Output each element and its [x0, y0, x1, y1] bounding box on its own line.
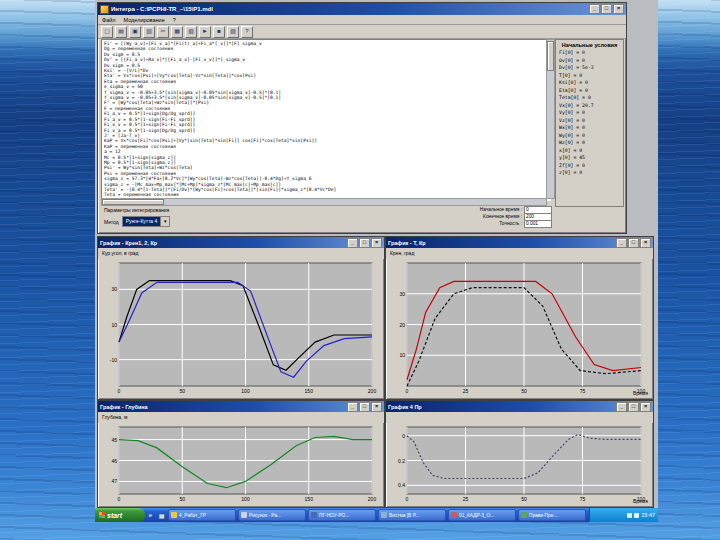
y-tick-label: 20: [399, 322, 405, 328]
x-tick-label: 200: [368, 388, 377, 394]
x-tick-label: 75: [580, 388, 586, 394]
scrollbar-thumb[interactable]: [547, 41, 554, 71]
x-tick-label: 50: [521, 388, 527, 394]
quick-launch-area: e▦: [145, 508, 167, 522]
open-folder-icon[interactable]: ▤: [115, 26, 127, 38]
chart2-title-bar[interactable]: График - T, Кр _□×: [386, 237, 653, 248]
taskbar-button[interactable]: Рисунок - Pa...: [238, 509, 306, 521]
main-window: Интегра - C:\PCPHI-TR_~\15\P1.mdl _ □ × …: [97, 2, 627, 234]
start-label: start: [107, 512, 122, 519]
menu-bar: ФайлМоделирование?: [98, 15, 626, 25]
initial-condition-item: T[0] = 0: [556, 72, 623, 80]
stop-icon[interactable]: ■: [213, 26, 225, 38]
x-tick-label: 0: [118, 496, 121, 502]
chart-icon[interactable]: ▨: [227, 26, 239, 38]
new-file-icon[interactable]: ▢: [101, 26, 113, 38]
chart2-plot: 0255075100302010Время: [387, 259, 650, 397]
param-field-label: Точность :: [499, 221, 522, 226]
method-row: Метод Рунге-Кутта 4 ▾: [104, 216, 170, 227]
start-button[interactable]: start: [95, 508, 145, 522]
taskbar-button[interactable]: ПГ-НОУ-РО...: [308, 509, 376, 521]
param-field-value[interactable]: 0.001: [524, 220, 552, 228]
close-button[interactable]: ×: [640, 402, 651, 412]
y-tick-label: 45: [111, 437, 117, 443]
task-button-label: ПГ-НОУ-РО...: [319, 513, 349, 518]
main-title-bar[interactable]: Интегра - C:\PCPHI-TR_~\15\P1.mdl _ □ ×: [98, 3, 626, 15]
maximize-button[interactable]: □: [359, 402, 370, 412]
ie-icon[interactable]: e: [145, 508, 156, 522]
initial-condition-item: Ov[0] = 0: [556, 57, 623, 65]
x-tick-label: 50: [179, 388, 185, 394]
initial-condition-item: x[0] = 0: [556, 147, 623, 155]
chart1-y-axis-label: Кур.угол, в град: [98, 248, 384, 259]
help-icon[interactable]: ?: [241, 26, 253, 38]
task-window-icon: [381, 512, 387, 518]
print-icon[interactable]: ▥: [143, 26, 155, 38]
task-window-icon: [241, 512, 247, 518]
copy-icon[interactable]: ▦: [171, 26, 183, 38]
minimize-button[interactable]: _: [347, 238, 358, 248]
x-tick-label: 200: [368, 496, 377, 502]
y-tick-label: -10: [110, 357, 117, 363]
time-params-fields: Начальное время :0Конечное время :200Точ…: [428, 206, 552, 227]
volume-icon[interactable]: [627, 513, 632, 518]
scrollbar-thumb[interactable]: [102, 199, 164, 205]
y-tick-label: 46: [111, 458, 117, 464]
close-button[interactable]: ×: [613, 4, 624, 14]
close-button[interactable]: ×: [371, 238, 382, 248]
maximize-button[interactable]: □: [601, 4, 612, 14]
tray-icons: [627, 513, 639, 518]
chart3-plot: 050100150200454647: [99, 423, 381, 505]
cut-icon[interactable]: ✂: [157, 26, 169, 38]
y-tick-label: 30: [111, 286, 117, 292]
initial-condition-item: Dv[0] = 5e-3: [556, 64, 623, 72]
chart4-title-bar[interactable]: График 4 Пр _□×: [386, 401, 653, 412]
maximize-button[interactable]: □: [628, 402, 639, 412]
method-selected-value: Рунге-Кутта 4: [123, 217, 161, 226]
initial-condition-item: y[0] = 45: [556, 154, 623, 162]
x-tick-label: 0: [406, 388, 409, 394]
integration-params-caption: Параметры интегрирования: [104, 207, 169, 213]
show-desktop-icon[interactable]: ▦: [156, 508, 167, 522]
taskbar-button[interactable]: Вистма [В Р...: [378, 509, 446, 521]
x-tick-label: 0: [118, 388, 121, 394]
param-field-label: Начальное время :: [480, 207, 522, 212]
editor-vertical-scrollbar[interactable]: [546, 39, 555, 199]
task-button-label: 4_Работ_ГР: [179, 513, 206, 518]
chart4-title: График 4 Пр: [388, 404, 422, 410]
taskbar-button[interactable]: 4_Работ_ГР: [168, 509, 236, 521]
y-tick-label: 10: [399, 352, 405, 358]
save-icon[interactable]: ▣: [129, 26, 141, 38]
clock[interactable]: 15:47: [641, 512, 655, 518]
chart1-title-bar[interactable]: График - Крен1, 2, Кр _□×: [98, 237, 384, 248]
param-field-label: Конечное время :: [483, 214, 522, 219]
menu-item-Файл[interactable]: Файл: [102, 17, 116, 23]
minimize-button[interactable]: _: [347, 402, 358, 412]
chart-window-3: График - Глубина _□× Глубина, м 05010015…: [97, 400, 385, 508]
model-equations-editor[interactable]: Fi' = [(Wy_a_v]+[Fi_v_a]*[Fi(t)_a]+Fi_a*…: [101, 39, 551, 201]
menu-item-?[interactable]: ?: [173, 17, 176, 23]
chart3-title-bar[interactable]: График - Глубина _□×: [98, 401, 384, 412]
chart4-plot: 025507510000.20.4Время: [387, 423, 650, 505]
taskbar-button[interactable]: Прави-Пре...: [518, 509, 586, 521]
initial-condition-item: Teta[0] = 0: [556, 94, 623, 102]
minimize-button[interactable]: _: [589, 4, 600, 14]
minimize-button[interactable]: _: [616, 402, 627, 412]
close-button[interactable]: ×: [640, 238, 651, 248]
run-icon[interactable]: ►: [199, 26, 211, 38]
maximize-button[interactable]: □: [628, 238, 639, 248]
paste-icon[interactable]: ▧: [185, 26, 197, 38]
chevron-down-icon[interactable]: ▾: [160, 217, 169, 226]
network-icon[interactable]: [634, 513, 639, 518]
x-tick-label: 150: [305, 388, 314, 394]
menu-item-Моделирование[interactable]: Моделирование: [124, 17, 165, 23]
initial-condition-item: Wx[0] = 0: [556, 124, 623, 132]
taskbar-button[interactable]: 01_КАДР-3_О...: [448, 509, 516, 521]
maximize-button[interactable]: □: [359, 238, 370, 248]
editor-horizontal-scrollbar[interactable]: [101, 198, 547, 206]
initial-condition-item: Wz[0] = 0: [556, 139, 623, 147]
method-dropdown[interactable]: Рунге-Кутта 4 ▾: [122, 216, 171, 227]
x-tick-label: 25: [463, 388, 469, 394]
minimize-button[interactable]: _: [616, 238, 627, 248]
close-button[interactable]: ×: [371, 402, 382, 412]
